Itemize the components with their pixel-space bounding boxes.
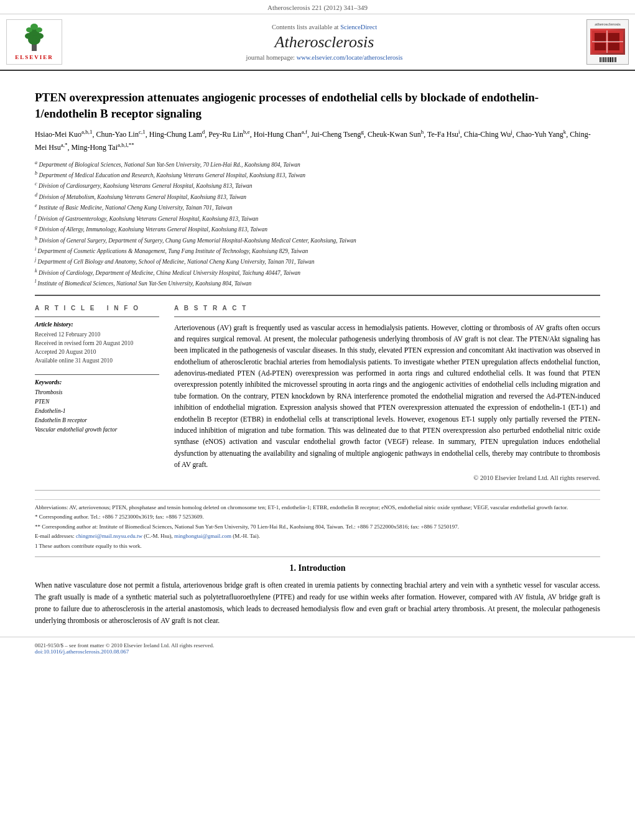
- page-container: Atherosclerosis 221 (2012) 341–349 ELSEV…: [0, 0, 635, 840]
- sciencedirect-link[interactable]: ScienceDirect: [340, 24, 377, 30]
- affiliation-f: f Division of Gastroenterology, Kaohsiun…: [35, 213, 600, 223]
- svg-rect-11: [595, 43, 606, 50]
- left-column: A R T I C L E I N F O Article history: R…: [35, 305, 159, 481]
- accepted-date: Accepted 20 August 2010: [35, 348, 159, 356]
- thumb-image: [590, 29, 625, 55]
- bottom-divider: [35, 490, 600, 491]
- affiliation-c: c Division of Cardiosurgery, Kaohsiung V…: [35, 180, 600, 190]
- email1-name: (C.-M. Hsu): [144, 533, 171, 539]
- received-revised-date: Received in revised form 20 August 2010: [35, 339, 159, 348]
- affiliation-i: i Department of Cosmetic Applications & …: [35, 246, 600, 256]
- affiliation-a: a Department of Biological Sciences, Nat…: [35, 159, 600, 169]
- elsevier-tree-icon: [23, 24, 45, 51]
- footnotes-section: Abbreviations: AV, arteriovenous; PTEN, …: [35, 499, 600, 551]
- affiliation-l: l Institute of Biomedical Sciences, Nati…: [35, 278, 600, 288]
- keyword-pten: PTEN: [35, 397, 159, 407]
- abbreviations-text: Abbreviations: AV, arteriovenous; PTEN, …: [35, 504, 600, 512]
- keywords-label: Keywords:: [35, 379, 159, 385]
- affiliation-h: h Division of General Surgery, Departmen…: [35, 235, 600, 245]
- corresponding1-text: * Corresponding author. Tel.: +886 7 252…: [35, 513, 600, 522]
- article-info-header: A R T I C L E I N F O: [35, 305, 159, 312]
- note1-text: 1 These authors contribute equally to th…: [35, 542, 600, 551]
- svg-rect-12: [608, 43, 619, 50]
- barcode: [600, 57, 616, 62]
- affiliation-d: d Division of Metabolism, Kaohsiung Vete…: [35, 192, 600, 201]
- intro-heading: 1. Introduction: [35, 563, 600, 573]
- doi-link[interactable]: doi:10.1016/j.atherosclerosis.2010.08.06…: [35, 648, 129, 655]
- article-title: PTEN overexpression attenuates angiogeni…: [35, 90, 600, 121]
- article-history-box: Article history: Received 12 February 20…: [35, 316, 159, 366]
- right-column: A B S T R A C T Arteriovenous (AV) graft…: [174, 305, 600, 481]
- available-date: Available online 31 August 2010: [35, 356, 159, 365]
- abstract-text: Arteriovenous (AV) graft is frequently u…: [174, 322, 600, 471]
- email2-link[interactable]: minghongtai@gmail.com: [174, 533, 231, 539]
- copyright-text: © 2010 Elsevier Ireland Ltd. All rights …: [174, 474, 600, 481]
- keywords-box: Keywords: Thrombosis PTEN Endothelin-1 E…: [35, 374, 159, 435]
- journal-homepage: journal homepage: www.elsevier.com/locat…: [246, 54, 403, 61]
- keyword-vegf: Vascular endothelial growth factor: [35, 425, 159, 435]
- abstract-header: A B S T R A C T: [174, 305, 600, 312]
- svg-point-7: [30, 24, 38, 30]
- article-history-label: Article history:: [35, 321, 159, 328]
- email1-link[interactable]: chingmei@mail.nsysu.edu.tw: [76, 533, 142, 539]
- authors: Hsiao-Mei Kuoa,b,1, Chun-Yao Linc,1, Hin…: [35, 127, 600, 154]
- intro-text: When native vasculature dose not permit …: [35, 579, 600, 627]
- keyword-thrombosis: Thrombosis: [35, 388, 159, 397]
- affiliation-j: j Department of Cell Biology and Anatomy…: [35, 256, 600, 266]
- thumb-title: atherosclerosis: [595, 22, 621, 27]
- article-content: PTEN overexpression attenuates angiogeni…: [0, 71, 635, 627]
- received-date: Received 12 February 2010: [35, 330, 159, 339]
- journal-thumbnail: atherosclerosis: [586, 19, 629, 65]
- affiliation-b: b Department of Medical Education and Re…: [35, 170, 600, 180]
- introduction-section: 1. Introduction When native vasculature …: [35, 563, 600, 627]
- elsevier-label: ELSEVIER: [15, 54, 53, 60]
- top-bar: Atherosclerosis 221 (2012) 341–349: [0, 0, 635, 14]
- svg-rect-9: [595, 33, 606, 42]
- abstract-box: Arteriovenous (AV) graft is frequently u…: [174, 316, 600, 481]
- journal-url[interactable]: www.elsevier.com/locate/atherosclerosis: [297, 54, 403, 61]
- corresponding2-text: ** Corresponding author at: Institute of…: [35, 523, 600, 532]
- divider-thick: [35, 295, 600, 296]
- keyword-endothelinb: Endothelin B receptor: [35, 416, 159, 425]
- email-label: E-mail addresses:: [35, 533, 75, 539]
- journal-header: ELSEVIER Contents lists available at Sci…: [0, 14, 635, 71]
- email2-name: (M.-H. Tai).: [233, 533, 260, 539]
- footer-line1: 0021-9150/$ – see front matter © 2010 El…: [35, 642, 214, 648]
- intro-divider: [35, 556, 600, 557]
- contents-link: Contents lists available at ScienceDirec…: [272, 24, 377, 30]
- email-line: E-mail addresses: chingmei@mail.nsysu.ed…: [35, 532, 600, 541]
- affiliation-k: k Division of Cardiology, Department of …: [35, 267, 600, 277]
- authors-text: Hsiao-Mei Kuoa,b,1, Chun-Yao Linc,1, Hin…: [35, 130, 591, 152]
- svg-rect-10: [608, 33, 619, 42]
- logo-top: [23, 24, 45, 51]
- journal-middle: Contents lists available at ScienceDirec…: [71, 19, 578, 65]
- affiliation-g: g Division of Allergy, Immunology, Kaohs…: [35, 224, 600, 234]
- keyword-endothelin1: Endothelin-1: [35, 407, 159, 416]
- elsevier-logo: ELSEVIER: [6, 19, 62, 65]
- affiliations: a Department of Biological Sciences, Nat…: [35, 159, 600, 288]
- thumb-graphic: [592, 30, 623, 53]
- affiliation-e: e Institute of Basic Medicine, National …: [35, 202, 600, 212]
- journal-title: Atherosclerosis: [275, 33, 374, 52]
- page-footer: 0021-9150/$ – see front matter © 2010 El…: [0, 637, 635, 660]
- citation-text: Atherosclerosis 221 (2012) 341–349: [267, 4, 368, 11]
- two-column-layout: A R T I C L E I N F O Article history: R…: [35, 305, 600, 481]
